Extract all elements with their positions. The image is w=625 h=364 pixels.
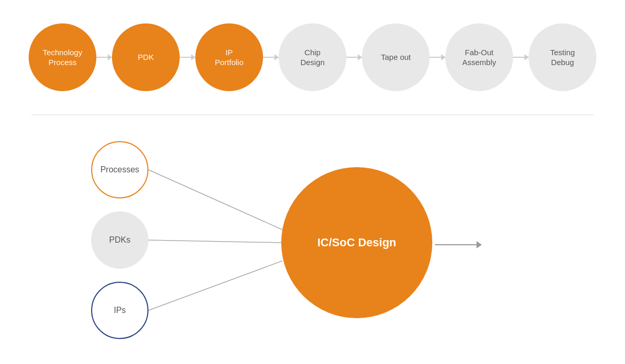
top-section: Technology Process PDK IP Portfolio Chip… <box>0 0 625 115</box>
circle-label: Chip Design <box>301 47 325 68</box>
circle-label: PDK <box>138 52 154 62</box>
circle-label: IP Portfolio <box>215 47 243 68</box>
svg-line-0 <box>148 170 282 230</box>
circle-label: Testing Debug <box>550 47 575 68</box>
circle-processes: Processes <box>91 141 148 198</box>
flow-item-technology-process: Technology Process <box>29 23 96 91</box>
flow-item-testing-debug: Testing Debug <box>529 23 596 91</box>
flow-item-fab-out: Fab-Out Assembly <box>445 23 513 91</box>
circle-label: Technology Process <box>43 47 82 68</box>
diagram-container: Processes PDKs IPs IC/SoC Design <box>0 125 625 344</box>
circle-pdk: PDK <box>112 23 180 91</box>
circle-ips-label: IPs <box>114 306 126 315</box>
arrow-head <box>477 241 482 248</box>
circle-ic-soc-label: IC/SoC Design <box>317 236 396 249</box>
svg-line-1 <box>148 240 282 243</box>
flow-item-pdk: PDK <box>112 23 180 91</box>
process-flow: Technology Process PDK IP Portfolio Chip… <box>29 23 596 91</box>
flow-item-chip-design: Chip Design <box>279 23 346 91</box>
flow-item-tape-out: Tape out <box>362 23 430 91</box>
svg-line-2 <box>148 261 282 310</box>
circle-ic-soc-design: IC/SoC Design <box>281 167 432 318</box>
circle-chip-design: Chip Design <box>279 23 346 91</box>
arrow-line <box>435 244 477 245</box>
circle-pdks-label: PDKs <box>109 235 131 245</box>
circle-fab-out: Fab-Out Assembly <box>445 23 513 91</box>
circle-label: Fab-Out Assembly <box>462 47 496 68</box>
circle-ips: IPs <box>91 282 148 339</box>
circle-pdks: PDKs <box>91 211 148 269</box>
bottom-section: Processes PDKs IPs IC/SoC Design <box>0 115 625 355</box>
circle-tape-out: Tape out <box>362 23 430 91</box>
circle-ip-portfolio: IP Portfolio <box>195 23 263 91</box>
flow-item-ip-portfolio: IP Portfolio <box>195 23 263 91</box>
output-arrow <box>435 241 482 248</box>
circle-testing-debug: Testing Debug <box>529 23 596 91</box>
circle-processes-label: Processes <box>101 165 140 174</box>
circle-label: Tape out <box>381 52 411 62</box>
circle-technology-process: Technology Process <box>29 23 96 91</box>
